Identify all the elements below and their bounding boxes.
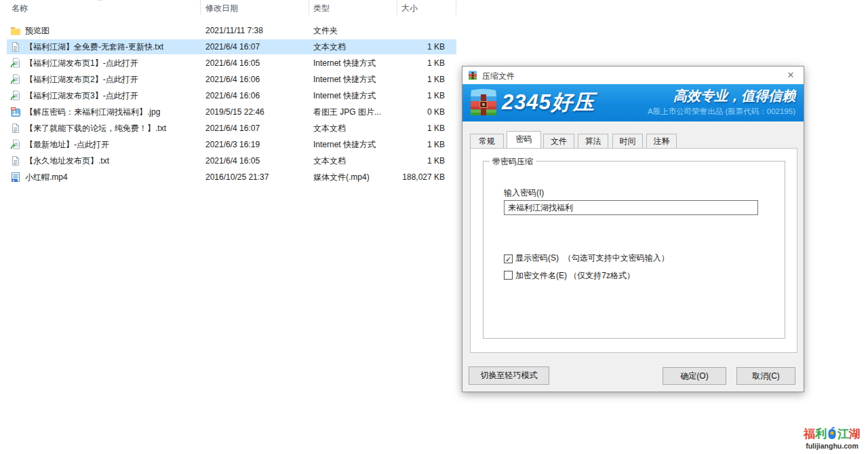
password-input-label: 输入密码(I) [504, 187, 544, 199]
watermark-char: 江 [837, 428, 849, 440]
file-row[interactable]: 【解压密码：来福利江湖找福利】.jpg 2019/5/15 22:46 看图王 … [0, 104, 456, 120]
file-row[interactable]: 【福利江湖发布页1】-点此打开 2021/6/4 16:05 Internet … [0, 55, 456, 71]
file-date: 2021/6/4 16:06 [205, 88, 260, 104]
file-explorer: 名称 ^ 修改日期 类型 大小 预览图 2021/11/11 7:38 文件夹 … [0, 0, 461, 454]
file-name[interactable]: 【解压密码：来福利江湖找福利】.jpg [25, 104, 160, 120]
mouse-icon [827, 427, 837, 440]
tab-algorithm[interactable]: 算法 [578, 134, 608, 148]
password-input[interactable] [504, 200, 758, 215]
password-tab-panel: 带密码压缩 输入密码(I) ✓显示密码(S) （勾选可支持中文密码输入） 加密文… [470, 148, 797, 353]
show-password-checkbox[interactable]: ✓ [504, 254, 513, 263]
column-header-size[interactable]: 大小 [401, 3, 418, 14]
column-header-type[interactable]: 类型 [313, 3, 330, 14]
groupbox-title: 带密码压缩 [490, 156, 536, 168]
column-header-name[interactable]: 名称 [12, 3, 28, 14]
file-type: 文本文档 [313, 39, 346, 55]
watermark-domain: fulijianghu.com [802, 442, 863, 450]
folder-icon [10, 25, 21, 36]
file-size: 1 KB [366, 136, 445, 153]
file-date: 2021/6/4 16:05 [205, 153, 260, 169]
column-header-date[interactable]: 修改日期 [205, 3, 238, 14]
show-password-hint: （勾选可支持中文密码输入） [564, 253, 669, 263]
lite-mode-button[interactable]: 切换至轻巧模式 [469, 366, 549, 385]
file-size: 1 KB [366, 88, 445, 104]
file-name[interactable]: 小红帽.mp4 [25, 169, 68, 185]
file-row-selected[interactable]: 【福利江湖】全免费-无套路-更新快.txt 2021/6/4 16:07 文本文… [0, 39, 456, 55]
file-size: 1 KB [366, 55, 445, 71]
haozip-archive-icon [467, 70, 478, 81]
brand-name: 2345好压 [502, 88, 595, 117]
file-date: 2021/6/4 16:05 [205, 55, 260, 71]
internet-shortcut-icon [10, 74, 21, 85]
checkmark-icon: ✓ [505, 255, 511, 263]
tab-general[interactable]: 常规 [470, 134, 504, 148]
column-divider[interactable] [200, 0, 201, 15]
column-divider[interactable] [397, 0, 397, 15]
file-type: 媒体文件(.mp4) [313, 169, 370, 185]
file-date: 2016/10/25 21:37 [205, 169, 269, 185]
file-row[interactable]: 【福利江湖发布页3】-点此打开 2021/6/4 16:06 Internet … [0, 88, 456, 104]
file-row[interactable]: 【最新地址】-点此打开 2021/6/3 16:19 Internet 快捷方式… [0, 136, 456, 153]
file-type: 文本文档 [313, 153, 346, 169]
sort-ascending-icon: ^ [98, 0, 102, 5]
column-divider[interactable] [456, 0, 456, 15]
file-size: 1 KB [366, 153, 445, 169]
tab-files[interactable]: 文件 [543, 134, 574, 148]
brand-subtitle: A股上市公司荣誉出品 (股票代码：002195) [648, 107, 795, 117]
file-row[interactable]: 小红帽.mp4 2016/10/25 21:37 媒体文件(.mp4) 188,… [0, 169, 456, 185]
file-name[interactable]: 【最新地址】-点此打开 [25, 136, 109, 153]
file-size: 1 KB [366, 71, 445, 88]
fulijianghu-watermark: 福利江湖 fulijianghu.com [802, 427, 863, 450]
file-name[interactable]: 预览图 [25, 22, 50, 39]
file-row-folder[interactable]: 预览图 2021/11/11 7:38 文件夹 [0, 22, 456, 39]
encrypt-names-label: 加密文件名(E) [515, 271, 567, 280]
password-groupbox: 带密码压缩 输入密码(I) ✓显示密码(S) （勾选可支持中文密码输入） 加密文… [483, 161, 785, 339]
file-row[interactable]: 【永久地址发布页】.txt 2021/6/4 16:05 文本文档 1 KB [0, 153, 456, 169]
dialog-title: 压缩文件 [482, 71, 515, 82]
file-date: 2021/6/3 16:19 [205, 136, 260, 153]
file-date: 2021/6/4 16:06 [205, 71, 260, 88]
watermark-logo: 福利江湖 [802, 427, 863, 441]
file-name[interactable]: 【永久地址发布页】.txt [25, 153, 109, 169]
encrypt-names-hint: （仅支持7z格式） [569, 271, 635, 280]
brand-slogan: 高效专业，值得信赖 [673, 87, 795, 105]
file-row[interactable]: 【来了就能下载的论坛，纯免费！】.txt 2021/6/4 16:07 文本文档… [0, 120, 456, 136]
tab-comment[interactable]: 注释 [646, 134, 677, 148]
compress-file-dialog: 压缩文件 ✕ 2345好压 高效专业，值得信赖 A股上市公司荣誉出品 (股票代码… [462, 66, 804, 392]
file-size: 1 KB [366, 120, 445, 136]
dialog-tab-bar: 常规 密码 文件 算法 时间 注释 [462, 131, 804, 148]
encrypt-names-row: 加密文件名(E) （仅支持7z格式） [504, 271, 635, 282]
file-name[interactable]: 【福利江湖发布页3】-点此打开 [25, 88, 138, 104]
file-size: 0 KB [366, 104, 445, 120]
show-password-row: ✓显示密码(S) （勾选可支持中文密码输入） [504, 253, 669, 264]
file-name[interactable]: 【福利江湖发布页2】-点此打开 [25, 71, 138, 88]
show-password-label: 显示密码(S) [515, 253, 559, 263]
watermark-char: 福 [804, 428, 815, 440]
haozip-logo-icon [469, 88, 498, 117]
file-row[interactable]: 【福利江湖发布页2】-点此打开 2021/6/4 16:06 Internet … [0, 71, 456, 88]
tab-password[interactable]: 密码 [507, 131, 541, 148]
watermark-char: 湖 [849, 428, 861, 440]
dialog-titlebar[interactable]: 压缩文件 ✕ [462, 67, 804, 84]
cancel-button[interactable]: 取消(C) [736, 367, 795, 385]
file-date: 2021/6/4 16:07 [205, 120, 260, 136]
encrypt-names-checkbox[interactable] [504, 271, 513, 280]
media-file-icon [10, 172, 21, 183]
file-size: 188,027 KB [366, 169, 445, 185]
file-name[interactable]: 【福利江湖发布页1】-点此打开 [25, 55, 138, 71]
file-name[interactable]: 【来了就能下载的论坛，纯免费！】.txt [25, 120, 166, 136]
text-file-icon [10, 155, 21, 166]
ok-button[interactable]: 确定(O) [663, 367, 726, 385]
column-divider[interactable] [309, 0, 309, 15]
internet-shortcut-icon [10, 139, 21, 150]
internet-shortcut-icon [10, 90, 21, 101]
tab-time[interactable]: 时间 [612, 134, 643, 148]
watermark-char: 利 [815, 428, 827, 440]
file-name[interactable]: 【福利江湖】全免费-无套路-更新快.txt [25, 39, 163, 55]
file-date: 2021/6/4 16:07 [205, 39, 260, 55]
file-date: 2021/11/11 7:38 [205, 22, 263, 39]
text-file-icon [10, 123, 21, 134]
close-icon[interactable]: ✕ [785, 70, 797, 81]
internet-shortcut-icon [10, 58, 21, 69]
text-file-icon [10, 41, 21, 52]
